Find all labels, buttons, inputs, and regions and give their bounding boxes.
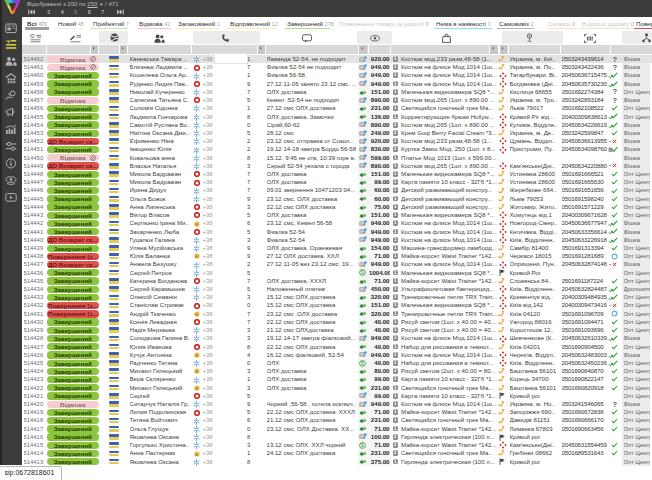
svg-text:k: k	[195, 254, 197, 259]
svg-text:ID: ID	[30, 34, 35, 39]
svg-text:$: $	[361, 443, 364, 448]
svg-text:k: k	[195, 221, 197, 226]
svg-text:k: k	[195, 353, 197, 358]
svg-text:k: k	[195, 386, 197, 391]
svg-text:k: k	[195, 312, 197, 317]
svg-text:k: k	[195, 369, 197, 374]
svg-text:k: k	[195, 451, 197, 456]
svg-text:$: $	[361, 361, 364, 366]
svg-text:$: $	[361, 271, 364, 276]
